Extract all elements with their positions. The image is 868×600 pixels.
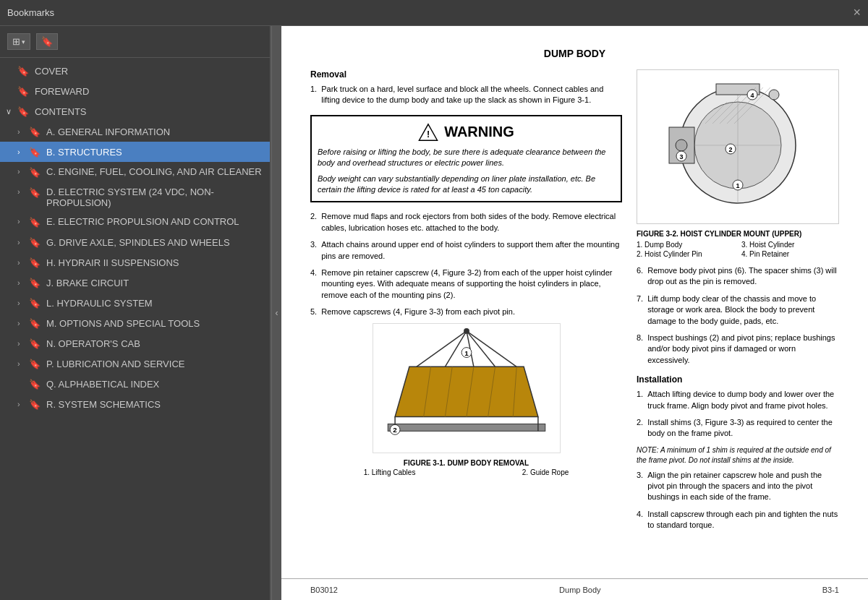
warning-header: ! WARNING <box>318 122 615 142</box>
sidebar-item-b-structures[interactable]: › 🔖 B. STRUCTURES <box>0 142 270 162</box>
bookmark-icon: 🔖 <box>29 338 43 349</box>
sidebar-item-label: D. ELECTRIC SYSTEM (24 VDC, NON-PROPULSI… <box>46 187 264 208</box>
figure2-caption: FIGURE 3-2. HOIST CYLINDER MOUNT (UPPER) <box>637 230 839 238</box>
sidebar-wrapper: ⊞ ▾ 🔖 🔖 COVER 🔖 F <box>0 26 281 600</box>
installation-section: Installation 1. Attach lifting device to… <box>637 374 839 531</box>
svg-text:3: 3 <box>679 153 683 160</box>
list-item: 7. Lift dump body clear of the chassis a… <box>637 293 839 327</box>
expand-arrow-icon: › <box>17 217 29 226</box>
col-left: Removal 1. Park truck on a hard, level s… <box>310 69 622 537</box>
sidebar-item-label: E. ELECTRIC PROPULSION AND CONTROL <box>46 216 239 227</box>
sidebar-item-d-electric[interactable]: › 🔖 D. ELECTRIC SYSTEM (24 VDC, NON-PROP… <box>0 182 270 212</box>
bookmark-icon: 🔖 <box>29 399 43 410</box>
svg-rect-2 <box>388 424 545 432</box>
bookmark-button[interactable]: 🔖 <box>36 33 58 50</box>
sidebar-item-m-options[interactable]: › 🔖 M. OPTIONS AND SPECIAL TOOLS <box>0 313 270 333</box>
figure1-label1: 1. Lifting Cables <box>364 468 416 476</box>
svg-text:!: ! <box>427 129 430 140</box>
expand-arrow-icon: › <box>17 167 29 176</box>
sidebar-item-n-operator[interactable]: › 🔖 N. OPERATOR'S CAB <box>0 333 270 353</box>
figure2-item-2: 2. Hoist Cylinder Pin <box>637 250 734 258</box>
sidebar-item-label: J. BRAKE CIRCUIT <box>46 278 129 288</box>
hoist-cylinder-diagram: 4 2 3 1 <box>637 69 839 224</box>
content-area: DUMP BODY Removal 1. Park truck on a har… <box>281 26 868 600</box>
figure1-container: 1 2 FIGURE 3-1. DUMP BODY REMOVAL 1. Lif… <box>310 323 622 476</box>
sidebar-item-r-schematics[interactable]: › 🔖 R. SYSTEM SCHEMATICS <box>0 394 270 414</box>
bookmark-icon: 🔖 <box>17 66 32 77</box>
sidebar-item-p-lubrication[interactable]: › 🔖 P. LUBRICATION AND SERVICE <box>0 353 270 374</box>
svg-line-9 <box>416 331 466 367</box>
panel-title: Bookmarks <box>7 7 54 18</box>
bookmark-icon: 🔖 <box>29 298 43 309</box>
grid-view-button[interactable]: ⊞ ▾ <box>7 33 30 50</box>
bookmark-icon: 🔖 <box>17 86 32 97</box>
sidebar-item-label: M. OPTIONS AND SPECIAL TOOLS <box>46 318 200 329</box>
pdf-page: DUMP BODY Removal 1. Park truck on a har… <box>281 26 868 578</box>
sidebar-item-cover[interactable]: 🔖 COVER <box>0 61 270 81</box>
figure2-item-4: 4. Pin Retainer <box>741 250 839 258</box>
col-right: 4 2 3 1 FIGURE 3-2. HOIST CYLINDER MOUNT… <box>637 69 839 537</box>
sidebar-item-h-hydrair[interactable]: › 🔖 H. HYDRAIR II SUSPENSIONS <box>0 252 270 273</box>
sidebar-item-c-engine[interactable]: › 🔖 C. ENGINE, FUEL, COOLING, AND AIR CL… <box>0 162 270 182</box>
svg-point-27 <box>676 140 687 151</box>
sidebar: ⊞ ▾ 🔖 🔖 COVER 🔖 F <box>0 26 271 600</box>
sidebar-item-contents[interactable]: ∨ 🔖 CONTENTS <box>0 101 270 121</box>
svg-text:4: 4 <box>750 92 754 99</box>
sidebar-item-label: G. DRIVE AXLE, SPINDLES AND WHEELS <box>46 237 230 248</box>
sidebar-item-label: P. LUBRICATION AND SERVICE <box>46 359 184 369</box>
bookmark-icon: 🔖 <box>29 379 43 390</box>
footer-left: B03012 <box>310 586 338 594</box>
list-item: 4. Remove pin retainer capscrew (4, Figu… <box>310 267 622 301</box>
list-item: 2. Install shims (3, Figure 3-3) as requ… <box>637 417 839 440</box>
sidebar-toolbar: ⊞ ▾ 🔖 <box>0 26 270 58</box>
list-item: 8. Inspect bushings (2) and pivot pins; … <box>637 333 839 366</box>
top-bar: Bookmarks × <box>0 0 868 26</box>
bookmark-icon: 🔖 <box>29 187 43 198</box>
sidebar-item-label: C. ENGINE, FUEL, COOLING, AND AIR CLEANE… <box>46 166 262 177</box>
sidebar-item-e-propulsion[interactable]: › 🔖 E. ELECTRIC PROPULSION AND CONTROL <box>0 212 270 232</box>
bookmark-icon: 🔖 <box>29 278 43 288</box>
list-item: 5. Remove capscrews (4, Figure 3-3) from… <box>310 307 622 317</box>
sidebar-item-label: B. STRUCTURES <box>46 147 122 158</box>
close-button[interactable]: × <box>853 5 861 20</box>
sidebar-collapse-button[interactable]: ‹ <box>271 26 281 600</box>
warning-text-1: Before raising or lifting the body, be s… <box>318 147 615 169</box>
expand-arrow-icon: › <box>17 258 29 267</box>
sidebar-item-label: CONTENTS <box>35 106 87 117</box>
sidebar-item-l-hydraulic[interactable]: › 🔖 L. HYDRAULIC SYSTEM <box>0 293 270 313</box>
sidebar-item-g-drive[interactable]: › 🔖 G. DRIVE AXLE, SPINDLES AND WHEELS <box>0 232 270 252</box>
figure2-list: 1. Dump Body 3. Hoist Cylinder 2. Hoist … <box>637 241 839 258</box>
expand-arrow-icon: ∨ <box>6 107 17 116</box>
sidebar-list: 🔖 COVER 🔖 FOREWARD ∨ 🔖 CONTENTS <box>0 58 270 600</box>
main-area: ⊞ ▾ 🔖 🔖 COVER 🔖 F <box>0 26 868 600</box>
installation-heading: Installation <box>637 374 839 385</box>
warning-box: ! WARNING Before raising or lifting the … <box>310 115 622 203</box>
expand-arrow-icon: › <box>17 299 29 307</box>
sidebar-item-a-general[interactable]: › 🔖 A. GENERAL INFORMATION <box>0 121 270 142</box>
bookmark-icon: 🔖 <box>29 257 43 268</box>
bookmark-icon: 🔖 <box>29 237 43 248</box>
expand-arrow-icon: › <box>17 238 29 247</box>
hoist-cylinder-svg: 4 2 3 1 <box>640 73 835 218</box>
dump-body-diagram: 1 2 <box>373 323 561 453</box>
bookmark-icon: 🔖 <box>29 217 43 228</box>
collapse-arrow-icon: ‹ <box>276 308 278 318</box>
list-item: 1. Attach lifting device to dump body an… <box>637 389 839 411</box>
sidebar-item-foreward[interactable]: 🔖 FOREWARD <box>0 81 270 101</box>
removal-list: 1. Park truck on a hard, level surface a… <box>310 84 622 106</box>
list-item: 2. Remove mud flaps and rock ejectors fr… <box>310 211 622 233</box>
sidebar-item-label: Q. ALPHABETICAL INDEX <box>46 379 159 390</box>
removal-heading: Removal <box>310 69 622 80</box>
figure2-item-1: 1. Dump Body <box>637 241 734 249</box>
installation-list: 1. Attach lifting device to dump body an… <box>637 389 839 531</box>
bookmark-icon: 🔖 <box>29 127 43 137</box>
sidebar-item-q-index[interactable]: 🔖 Q. ALPHABETICAL INDEX <box>0 374 270 394</box>
expand-arrow-icon: › <box>17 319 29 327</box>
svg-text:2: 2 <box>728 146 732 153</box>
bookmark-icon: 🔖 <box>41 36 53 47</box>
svg-text:1: 1 <box>464 349 469 357</box>
warning-triangle-icon: ! <box>418 122 438 142</box>
bookmark-icon: 🔖 <box>29 167 43 178</box>
sidebar-item-j-brake[interactable]: › 🔖 J. BRAKE CIRCUIT <box>0 273 270 293</box>
svg-line-13 <box>467 331 516 367</box>
